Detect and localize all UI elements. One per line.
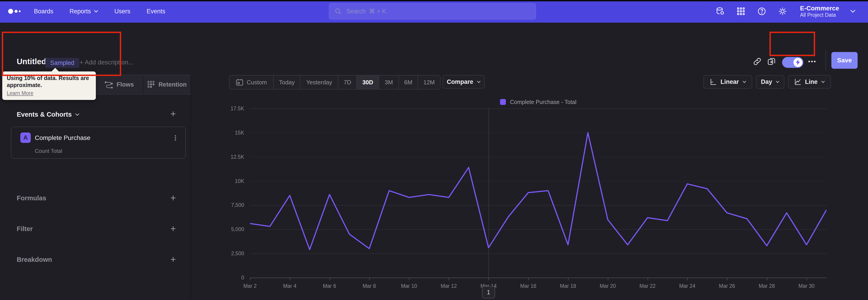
save-button[interactable]: Save <box>831 52 858 69</box>
project-scope: All Project Data <box>800 12 836 18</box>
chart-legend[interactable]: Complete Purchase - Total <box>250 97 827 107</box>
x-axis-label: Mar 10 <box>401 283 417 289</box>
axis-scale-button[interactable]: Linear <box>704 75 752 89</box>
bolt-sampling-toggle[interactable] <box>782 57 803 68</box>
settings-gear-icon[interactable] <box>778 6 787 16</box>
nav-item-events[interactable]: Events <box>147 8 165 15</box>
series-line <box>250 109 827 278</box>
range-label: Custom <box>247 79 267 86</box>
x-axis-tick <box>409 278 409 280</box>
range-yesterday[interactable]: Yesterday <box>301 76 338 89</box>
add-filter-button[interactable]: + <box>168 224 178 233</box>
nav-item-reports[interactable]: Reports <box>70 8 98 15</box>
section-formulas: Formulas+ <box>0 193 191 204</box>
event-kebab-icon[interactable] <box>171 134 180 142</box>
x-axis-label: Mar 22 <box>640 283 656 289</box>
copy-link-icon[interactable] <box>753 57 762 66</box>
chevron-down-icon <box>94 10 98 13</box>
x-axis-tick <box>767 278 767 280</box>
y-axis-label: 5,000 <box>213 226 244 232</box>
range-label: 6M <box>404 79 412 86</box>
window-top-strip <box>0 0 868 1</box>
nav-item-label: Reports <box>70 8 91 15</box>
y-axis-label: 17.5K <box>213 106 244 112</box>
sampled-badge[interactable]: Sampled <box>45 58 79 68</box>
compare-button[interactable]: Compare <box>442 75 485 89</box>
range-12m[interactable]: 12M <box>418 76 440 89</box>
nav-item-users[interactable]: Users <box>114 8 130 15</box>
chevron-down-icon <box>743 81 746 83</box>
nav-item-boards[interactable]: Boards <box>34 8 53 15</box>
event-metric[interactable]: Count Total <box>35 148 62 154</box>
mixpanel-logo-icon[interactable] <box>8 0 24 23</box>
y-axis-label: 12.5K <box>213 154 244 160</box>
tooltip-text: Using 10% of data. Results are approxima… <box>7 74 91 89</box>
range-6m[interactable]: 6M <box>399 76 418 89</box>
query-sidebar: InsightsFunnelsFlowsRetention Events & C… <box>0 74 191 300</box>
x-axis-label: Mar 24 <box>679 283 695 289</box>
range-3m[interactable]: 3M <box>379 76 399 89</box>
x-axis-tick <box>568 278 568 280</box>
search-bar[interactable] <box>329 3 536 20</box>
top-nav: BoardsReportsUsersEvents <box>0 0 868 23</box>
add-breakdown-button[interactable]: + <box>168 255 178 264</box>
section-filter: Filter+ <box>0 224 191 234</box>
x-axis-label: Mar 8 <box>363 283 376 289</box>
apps-grid-icon[interactable] <box>736 6 746 16</box>
nav-item-label: Users <box>114 8 130 15</box>
calendar-icon <box>236 79 243 86</box>
report-header: Untitled Sampled + Add description... <box>0 23 868 74</box>
range-7d[interactable]: 7D <box>338 76 357 89</box>
section-label: Filter <box>17 225 33 233</box>
line-chart-plot[interactable]: 02,5005,0007,50010K12.5K15K17.5KMar 2Mar… <box>250 109 827 278</box>
nav-right-cluster: E-Commerce All Project Data <box>715 0 855 23</box>
range-30d[interactable]: 30D <box>357 76 379 89</box>
search-input[interactable] <box>346 8 530 15</box>
project-chevron-down-icon[interactable] <box>850 10 855 13</box>
event-card[interactable]: A Complete Purchase Count Total <box>11 127 186 159</box>
x-axis-label: Mar 16 <box>520 283 536 289</box>
section-label: Formulas <box>17 194 46 202</box>
x-axis-tick <box>449 278 449 280</box>
range-label: 7D <box>344 79 351 86</box>
project-switcher[interactable]: E-Commerce All Project Data <box>800 5 839 18</box>
chevron-down-icon <box>776 81 779 83</box>
chart-type-button[interactable]: Line <box>788 75 831 89</box>
x-axis-label: Mar 28 <box>758 283 775 289</box>
annotation-marker-1[interactable]: 1 <box>482 286 495 298</box>
event-name: Complete Purchase <box>35 134 90 142</box>
report-title[interactable]: Untitled <box>17 57 46 66</box>
x-axis-label: Mar 18 <box>560 283 576 289</box>
more-options-icon[interactable] <box>807 57 816 66</box>
range-custom[interactable]: Custom <box>229 76 274 89</box>
y-axis-label: 2,500 <box>213 250 244 257</box>
granularity-label: Day <box>761 79 772 86</box>
data-management-icon[interactable] <box>715 6 725 16</box>
range-label: 30D <box>362 79 373 86</box>
learn-more-link[interactable]: Learn More <box>7 90 33 96</box>
add-formulas-button[interactable]: + <box>168 193 178 203</box>
range-today[interactable]: Today <box>274 76 301 89</box>
x-axis-tick <box>528 278 529 280</box>
legend-label: Complete Purchase - Total <box>510 99 577 106</box>
x-axis-tick <box>250 278 250 280</box>
sampling-tooltip: Using 10% of data. Results are approxima… <box>2 71 96 100</box>
date-range-group: CustomTodayYesterday7D30D3M6M12M <box>229 75 440 90</box>
events-cohorts-header[interactable]: Events & Cohorts <box>17 111 79 118</box>
mixpanel-insights-app: BoardsReportsUsersEvents <box>0 0 868 300</box>
duplicate-icon[interactable] <box>767 57 776 66</box>
range-label: 3M <box>385 79 393 86</box>
compare-label: Compare <box>447 79 473 86</box>
help-icon[interactable] <box>757 6 767 16</box>
chevron-down-icon <box>477 81 480 83</box>
x-axis-tick <box>648 278 648 280</box>
tab-label: Retention <box>158 81 187 88</box>
tab-retention[interactable]: Retention <box>143 75 191 94</box>
granularity-button[interactable]: Day <box>756 75 784 89</box>
chart-type-label: Line <box>805 79 817 86</box>
x-axis-tick <box>290 278 290 280</box>
tab-flows[interactable]: Flows <box>96 75 143 94</box>
add-description[interactable]: + Add description... <box>80 59 133 66</box>
add-event-button[interactable]: + <box>168 110 178 118</box>
y-axis-label: 15K <box>213 130 244 136</box>
